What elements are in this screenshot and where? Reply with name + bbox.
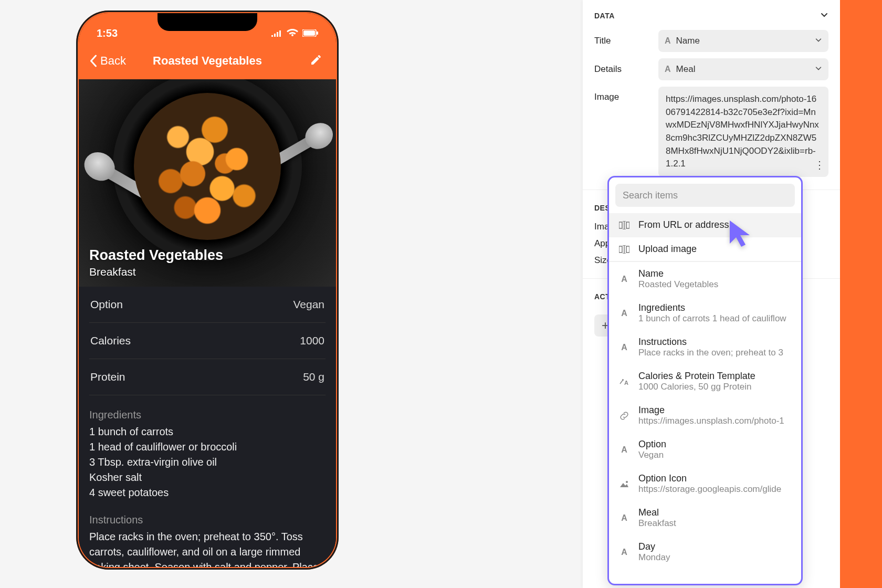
back-label: Back [100, 54, 126, 68]
popover-item-title: Image [638, 405, 793, 416]
orange-sidebar [840, 0, 882, 588]
popover-item-title: Day [638, 541, 793, 552]
text-type-icon: A [617, 548, 631, 557]
back-button[interactable]: Back [89, 54, 126, 68]
svg-point-15 [626, 481, 628, 483]
popover-item-from-url[interactable]: From URL or address [609, 213, 801, 237]
panel-row-image: Image https://images.unsplash.com/photo-… [594, 83, 828, 180]
popover-item-sub: Monday [638, 552, 793, 563]
panel-row-label: Title [594, 36, 652, 46]
popover-item-sub: https://storage.googleapis.com/glide [638, 484, 793, 495]
popover-item-ingredients[interactable]: A Ingredients 1 bunch of carrots 1 head … [609, 296, 801, 330]
panel-row-title: Title A Name [594, 27, 828, 55]
popover-item-title: Instructions [638, 337, 793, 348]
url-input-icon [617, 221, 631, 229]
svg-rect-8 [619, 246, 622, 253]
popover-item-name[interactable]: A Name Roasted Vegetables [609, 262, 801, 296]
panel-row-details: Details A Meal [594, 55, 828, 83]
kv-val: Vegan [293, 298, 324, 311]
details-select[interactable]: A Meal [658, 58, 828, 80]
popover-item-sub: 1000 Calories, 50 gg Protein [638, 382, 793, 392]
popover-item-option-icon[interactable]: Option Icon https://storage.googleapis.c… [609, 467, 801, 501]
kv-key: Option [90, 298, 123, 311]
text-type-icon: A [617, 343, 631, 352]
phone-notch [158, 13, 257, 31]
chevron-left-icon [89, 55, 97, 67]
popover-item-upload[interactable]: Upload image [609, 237, 801, 261]
kv-key: Protein [90, 371, 125, 383]
hero-title: Roasted Vegetables [89, 247, 223, 264]
wifi-icon [287, 29, 298, 37]
popover-item-title: Option [638, 439, 793, 450]
search-input[interactable]: Search items [615, 184, 795, 207]
pencil-icon [310, 54, 322, 66]
column-picker-popover: Search items From URL or address Upload … [607, 176, 803, 585]
popover-item-label: From URL or address [638, 219, 729, 230]
svg-rect-9 [626, 246, 629, 253]
popover-item-title: Option Icon [638, 473, 793, 484]
popover-item-title: Ingredients [638, 302, 793, 313]
text-type-icon: A [617, 513, 631, 523]
svg-rect-1 [303, 30, 315, 36]
kebab-menu-icon[interactable]: ⋮ [814, 158, 825, 173]
popover-item-label: Upload image [638, 244, 697, 255]
chevron-down-icon [815, 36, 822, 46]
battery-icon [302, 29, 318, 37]
cellular-icon [271, 29, 282, 37]
instructions-body: Place racks in the oven; preheat to 350°… [89, 529, 326, 567]
phone-mockup: 1:53 Back Roasted Vegetables [76, 10, 339, 570]
popover-item-title: Meal [638, 507, 793, 518]
ingredients-label: Ingredients [89, 409, 326, 421]
popover-item-sub: Roasted Vegetables [638, 279, 793, 290]
panel-row-label: Details [594, 64, 652, 75]
text-type-icon: A [665, 36, 671, 46]
popover-item-template[interactable]: A Calories & Protein Template 1000 Calor… [609, 364, 801, 398]
popover-item-sub: Breakfast [638, 518, 793, 529]
select-value: Name [676, 36, 700, 46]
section-header-data[interactable]: DATA [594, 7, 828, 27]
svg-text:A: A [624, 380, 628, 386]
popover-item-instructions[interactable]: A Instructions Place racks in the oven; … [609, 330, 801, 364]
link-icon [617, 411, 631, 421]
select-value: Meal [676, 64, 696, 75]
status-time: 1:53 [97, 27, 118, 39]
title-select[interactable]: A Name [658, 30, 828, 52]
popover-item-sub: 1 bunch of carrots 1 head of cauliflow [638, 313, 793, 324]
detail-body: Option Vegan Calories 1000 Protein 50 g … [79, 287, 336, 567]
popover-item-sub: Place racks in the oven; preheat to 3 [638, 348, 793, 358]
chevron-down-icon [820, 10, 828, 20]
nav-title: Roasted Vegetables [153, 54, 262, 68]
image-url-value: https://images.unsplash.com/photo-160679… [666, 94, 819, 169]
nav-bar: Back Roasted Vegetables [79, 43, 336, 79]
text-type-icon: A [617, 309, 631, 318]
text-type-icon: A [617, 445, 631, 455]
kv-key: Calories [90, 334, 131, 347]
chevron-down-icon [815, 64, 822, 75]
hero-image: Roasted Vegetables Breakfast [79, 79, 336, 287]
kv-val: 50 g [303, 371, 324, 383]
popover-item-meal[interactable]: A Meal Breakfast [609, 501, 801, 535]
template-icon: A [617, 377, 631, 386]
edit-button[interactable] [310, 54, 322, 68]
svg-marker-14 [620, 483, 628, 487]
panel-row-label: Image [594, 87, 652, 102]
text-type-icon: A [617, 275, 631, 284]
instructions-label: Instructions [89, 514, 326, 526]
kv-row-calories: Calories 1000 [89, 323, 326, 359]
upload-icon [617, 245, 631, 254]
svg-rect-3 [619, 222, 622, 228]
popover-item-day[interactable]: A Day Monday [609, 535, 801, 569]
text-type-icon: A [665, 65, 671, 74]
kv-row-option: Option Vegan [89, 287, 326, 323]
hero-subtitle: Breakfast [89, 266, 223, 278]
ingredients-body: 1 bunch of carrots 1 head of cauliflower… [89, 424, 326, 500]
popover-item-image[interactable]: Image https://images.unsplash.com/photo-… [609, 398, 801, 433]
section-header-label: DATA [594, 12, 615, 20]
popover-item-option[interactable]: A Option Vegan [609, 433, 801, 467]
cursor-icon [728, 219, 755, 251]
popover-item-sub: Vegan [638, 450, 793, 460]
image-url-field[interactable]: https://images.unsplash.com/photo-160679… [658, 87, 828, 177]
svg-rect-2 [317, 32, 318, 35]
svg-rect-4 [626, 222, 629, 228]
popover-item-title: Calories & Protein Template [638, 371, 793, 382]
